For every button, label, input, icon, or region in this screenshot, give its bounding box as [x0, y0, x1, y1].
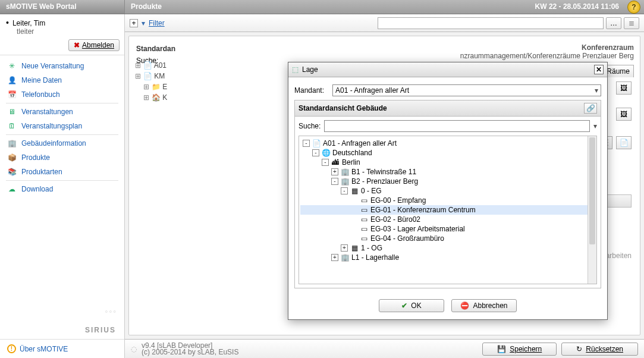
expand-icon[interactable]: - [331, 178, 338, 185]
sidebar-item-download[interactable]: ☁Download [0, 182, 124, 196]
node-label: A01 - Anfragen aller Art [323, 139, 397, 147]
node-icon: ▦ [350, 187, 359, 195]
dialog-title: Lage [302, 65, 318, 74]
expand-icon[interactable]: + [130, 19, 138, 27]
filter-button[interactable]: ≣ [624, 17, 639, 29]
node-label: 0 - EG [361, 187, 382, 195]
about-link[interactable]: ! Über sMOTIVE [0, 339, 124, 358]
nav-icon: 🗓 [7, 122, 17, 130]
node-icon: 🏢 [341, 253, 349, 262]
node-icon: ▭ [360, 225, 368, 233]
tree-node[interactable]: +▦1 - OG [300, 243, 595, 253]
node-label: Deutschland [332, 149, 372, 157]
tree-item[interactable]: 🏠 K [143, 92, 284, 103]
dialog-close-button[interactable]: ✕ [594, 65, 604, 74]
expand-icon[interactable] [350, 216, 357, 223]
node-label: B1 - Telwinstraße 11 [351, 168, 416, 176]
sidebar-item-neue-veranstaltung[interactable]: ✳Neue Veranstaltung [0, 59, 124, 73]
node-label: EG-02 - Büro02 [370, 215, 420, 224]
sidebar-item-produkte[interactable]: 📦Produkte [0, 150, 124, 165]
mandant-select[interactable]: A01 - Anfragen aller Art▾ [332, 84, 601, 96]
reset-button[interactable]: ↻ Rücksetzen [561, 343, 638, 356]
nav-icon: ☁ [7, 185, 17, 193]
nav-icon: 📚 [7, 168, 17, 176]
expand-icon[interactable] [350, 206, 357, 213]
expand-icon[interactable] [350, 235, 357, 242]
tree-node[interactable]: -🏙Berlin [300, 158, 595, 167]
sidebar: Leiter, Tim tleiter ✖Abmelden ✳Neue Vera… [0, 14, 125, 358]
link-button[interactable]: 🔗 [584, 103, 597, 114]
building-panel-title: Standardansicht Gebäude [299, 104, 387, 112]
expand-icon[interactable]: - [341, 187, 348, 194]
node-icon: ▭ [360, 234, 368, 243]
user-name: Leiter, Tim [6, 18, 118, 27]
tree-node[interactable]: ▭EG-00 - Empfang [300, 196, 595, 205]
action-button[interactable]: 🖼 [616, 108, 632, 121]
sirius-logo: °°° SIRIUS [0, 325, 124, 339]
top-bar: sMOTIVE Web Portal Produkte KW 22 - 28.0… [0, 0, 644, 14]
ok-button[interactable]: ✔OK [379, 299, 444, 312]
node-icon: 🏢 [341, 177, 349, 186]
node-icon: 📄 [312, 139, 321, 147]
help-button[interactable]: ? [627, 1, 640, 14]
tree-node[interactable]: +🏢L1 - Lagerhalle [300, 253, 595, 262]
node-label: B2 - Prenzlauer Berg [351, 177, 418, 186]
sidebar-item-veranstaltungsplan[interactable]: 🗓Veranstaltungsplan [0, 119, 124, 133]
action-button[interactable]: 🖼 [616, 81, 632, 95]
node-label: EG-01 - Konferenzraum Centrum [370, 206, 476, 214]
expand-icon[interactable]: + [331, 254, 338, 261]
nav-icon: 👤 [7, 76, 17, 84]
save-button[interactable]: 💾 Speichern [482, 343, 557, 356]
nav-icon: 🏢 [7, 139, 17, 147]
expand-icon[interactable] [350, 225, 357, 233]
expand-icon[interactable]: + [341, 244, 348, 252]
tree-node[interactable]: ▭EG-03 - Lager Arbeitsmaterial [300, 224, 595, 234]
tree-node[interactable]: ▭EG-01 - Konferenzraum Centrum [300, 205, 595, 215]
tree-node[interactable]: ▭EG-04 - Großraumbüro [300, 234, 595, 243]
tree-node[interactable]: ▭EG-02 - Büro02 [300, 215, 595, 224]
expand-icon[interactable]: + [331, 168, 338, 175]
expand-icon[interactable]: - [303, 140, 310, 147]
expand-icon[interactable]: - [322, 159, 329, 166]
tree-item[interactable]: 📄 A01 [135, 60, 284, 71]
page-title: Produkte [125, 0, 168, 14]
tree-node[interactable]: +🏢B1 - Telwinstraße 11 [300, 167, 595, 177]
tree-item[interactable]: 📁 E [143, 81, 284, 92]
filter-search-input[interactable] [378, 17, 604, 29]
sidebar-item-produktarten[interactable]: 📚Produktarten [0, 165, 124, 179]
doc-button[interactable]: 📄 [616, 136, 632, 149]
nav-icon: 📅 [7, 90, 17, 99]
node-icon: ▭ [360, 215, 368, 224]
filter-link[interactable]: Filter [149, 19, 165, 27]
detail-header: Konferenzraum nzraummanagement/Konferenz… [460, 43, 634, 60]
scrollbar[interactable] [588, 136, 596, 284]
sidebar-item-telefonbuch[interactable]: 📅Telefonbuch [0, 87, 124, 102]
logout-button[interactable]: ✖Abmelden [68, 39, 120, 51]
building-search-input[interactable] [324, 120, 590, 132]
cancel-button[interactable]: ⛔Abbrechen [451, 299, 517, 312]
node-label: EG-04 - Großraumbüro [370, 234, 444, 243]
lage-dialog: ⬚ Lage ✕ Mandant: A01 - Anfragen aller A… [288, 62, 608, 320]
tree-node[interactable]: -🏢B2 - Prenzlauer Berg [300, 177, 595, 186]
node-label: EG-03 - Lager Arbeitsmaterial [370, 225, 465, 233]
more-button[interactable]: … [606, 17, 621, 29]
brand-title: sMOTIVE Web Portal [0, 0, 125, 14]
sirius-icon: ◌ [131, 345, 137, 353]
tree-node[interactable]: -📄A01 - Anfragen aller Art [300, 139, 595, 148]
status-bar: ◌ v9.4 [sLAB Developer] (c) 2005-2014 by… [125, 339, 644, 358]
sidebar-item-gebäudeinformation[interactable]: 🏢Gebäudeinformation [0, 136, 124, 150]
sidebar-item-veranstaltungen[interactable]: 🖥Veranstaltungen [0, 105, 124, 119]
sidebar-item-meine-daten[interactable]: 👤Meine Daten [0, 73, 124, 87]
node-icon: 🏙 [331, 158, 340, 167]
close-icon: ✖ [74, 41, 80, 49]
chevron-down-icon[interactable]: ▾ [593, 122, 597, 130]
node-icon: 🌐 [322, 149, 330, 157]
clock-label: KW 22 - 28.05.2014 11:06 [529, 0, 625, 14]
tree-node[interactable]: -🌐Deutschland [300, 148, 595, 158]
expand-icon[interactable]: - [312, 149, 319, 156]
tree-item[interactable]: 📄 KM [135, 71, 284, 81]
mandant-label: Mandant: [294, 86, 329, 95]
expand-icon[interactable] [350, 197, 357, 204]
nav-icon: 🖥 [7, 108, 17, 116]
tree-node[interactable]: -▦0 - EG [300, 186, 595, 196]
